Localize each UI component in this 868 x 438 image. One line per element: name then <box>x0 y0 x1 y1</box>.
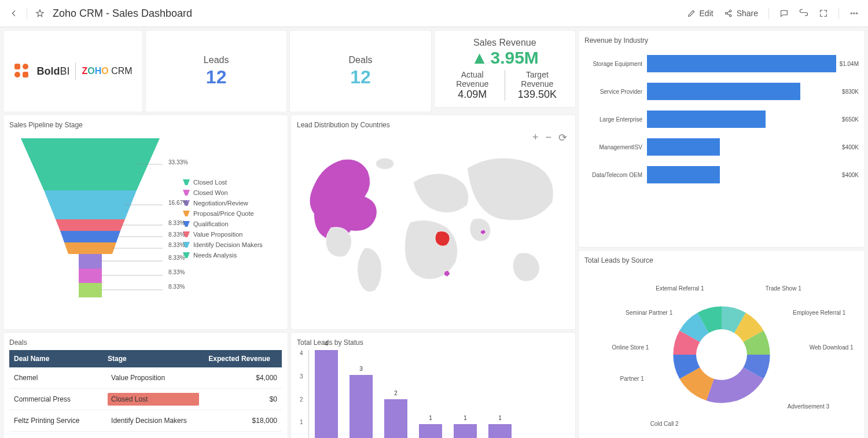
svg-marker-29 <box>183 211 190 216</box>
legend-item[interactable]: Negotiation/Review <box>183 200 263 207</box>
leads-source-card: Total Leads by Source <box>579 251 865 438</box>
svg-point-3 <box>851 13 852 14</box>
separator <box>768 8 769 19</box>
svg-rect-8 <box>14 72 20 78</box>
revind-bar-row[interactable]: ManagementISV$400K <box>584 138 859 156</box>
svg-rect-15 <box>79 254 102 268</box>
funnel-pct-label: 16.67% <box>168 200 188 206</box>
fullscreen-icon[interactable] <box>819 9 828 18</box>
table-header[interactable]: Stage <box>103 350 204 367</box>
separator <box>27 8 27 19</box>
donut-label: External Referral 1 <box>656 285 704 292</box>
more-icon[interactable] <box>849 9 859 18</box>
funnel-pct-label: 33.33% <box>168 159 188 165</box>
kpi-deals: Deals 12 <box>290 31 431 112</box>
svg-point-4 <box>854 13 855 14</box>
leads-value: 12 <box>206 67 227 88</box>
revenue-industry-chart: Storage Equipment$1.04MService Provider$… <box>584 55 859 183</box>
pipeline-funnel-card: Sales Pipeline by Stage <box>3 115 288 329</box>
legend-item[interactable]: Qualification <box>183 220 263 227</box>
top-toolbar: Zoho CRM - Sales Dashboard Edit Share <box>0 0 868 27</box>
status-bar[interactable]: 2 <box>384 399 407 438</box>
separator <box>838 8 839 19</box>
back-button[interactable] <box>9 9 19 18</box>
link-icon[interactable] <box>799 9 808 18</box>
legend-item[interactable]: Closed Lost <box>183 179 263 186</box>
svg-marker-26 <box>183 179 190 185</box>
funnel-pct-label: 8.33% <box>168 231 185 238</box>
zoom-in-icon[interactable]: + <box>532 131 539 144</box>
donut-label: Cold Call 2 <box>650 421 679 427</box>
svg-rect-9 <box>23 72 28 78</box>
funnel-pct-label: 8.33% <box>168 284 185 290</box>
comment-icon[interactable] <box>779 9 789 18</box>
status-bar[interactable]: 3 <box>350 375 373 439</box>
logo-card: BoldBI ZOHO CRM <box>3 31 142 112</box>
map-card: Lead Distribution by Countries + − ⟳ <box>291 115 575 329</box>
status-bar-chart: 43210 432111 <box>308 350 569 438</box>
revenue-industry-card: Revenue by Industry Storage Equipment$1.… <box>579 31 865 247</box>
donut-label: Partner 1 <box>620 376 644 382</box>
svg-rect-17 <box>79 283 102 297</box>
page-title: Zoho CRM - Sales Dashboard <box>53 8 192 20</box>
funnel-pct-label: 8.33% <box>168 269 185 275</box>
reset-icon[interactable]: ⟳ <box>558 131 567 144</box>
funnel-pct-label: 8.33% <box>168 220 185 226</box>
legend-item[interactable]: Proposal/Price Quote <box>183 210 263 217</box>
table-row[interactable]: Feltz Printing ServiceIdentify Decision … <box>9 410 282 432</box>
star-icon[interactable] <box>35 9 45 18</box>
donut-label: Trade Show 1 <box>766 285 801 292</box>
funnel-pct-label: 8.33% <box>168 242 185 248</box>
table-row[interactable]: KingIdentify Decision Makers$15,000 <box>9 432 282 439</box>
deals-table: Deal NameStageExpected Revenue ChemelVal… <box>9 350 282 438</box>
deals-value: 12 <box>350 67 371 88</box>
world-map[interactable] <box>297 132 569 306</box>
table-row[interactable]: ChemelValue Proposition$4,000 <box>9 367 282 389</box>
svg-marker-14 <box>64 242 116 254</box>
donut-label: Web Download 1 <box>810 344 854 351</box>
revenue-value: ▲3.95M <box>471 48 539 68</box>
revind-bar-row[interactable]: Large Enterprise$650K <box>584 111 859 128</box>
svg-rect-6 <box>14 64 20 69</box>
svg-marker-27 <box>183 190 190 196</box>
status-bar[interactable]: 4 <box>315 350 338 438</box>
funnel-pct-label: 8.33% <box>168 255 185 261</box>
boldbi-logo-icon <box>13 62 31 80</box>
kpi-leads: Leads 12 <box>146 31 286 112</box>
donut-label: Seminar Partner 1 <box>626 310 672 316</box>
deals-table-card: Deals Deal NameStageExpected Revenue Che… <box>3 333 288 438</box>
revind-bar-row[interactable]: Data/Telecom OEM$400K <box>584 166 859 183</box>
donut-label: Advertisement 3 <box>788 403 829 410</box>
table-row[interactable]: Commercial PressClosed Lost$0 <box>9 389 282 410</box>
svg-rect-7 <box>23 64 28 69</box>
funnel-chart <box>9 132 171 312</box>
svg-point-34 <box>376 158 393 170</box>
svg-marker-13 <box>60 231 120 242</box>
zoom-out-icon[interactable]: − <box>545 131 551 144</box>
svg-rect-16 <box>79 268 102 283</box>
share-button[interactable]: Share <box>724 9 758 18</box>
table-header[interactable]: Expected Revenue <box>204 350 282 367</box>
donut-label: Online Store 1 <box>612 344 649 351</box>
revind-bar-row[interactable]: Storage Equipment$1.04M <box>584 55 859 72</box>
legend-item[interactable]: Value Proposition <box>183 231 263 238</box>
revind-bar-row[interactable]: Service Provider$830K <box>584 83 859 100</box>
svg-point-5 <box>856 13 858 14</box>
legend-item[interactable]: Closed Won <box>183 189 263 196</box>
legend-item[interactable]: Needs Analysis <box>183 252 263 259</box>
up-arrow-icon: ▲ <box>471 48 488 68</box>
table-header[interactable]: Deal Name <box>9 350 103 367</box>
svg-marker-12 <box>56 219 125 231</box>
donut-chart: External Referral 1Seminar Partner 1Onli… <box>584 268 859 438</box>
donut-label: Employee Referral 1 <box>793 310 845 316</box>
status-bar[interactable]: 1 <box>454 424 477 439</box>
svg-marker-11 <box>44 190 137 219</box>
status-chart-card: Total Leads by Status 43210 432111 Conta… <box>291 333 575 438</box>
legend-item[interactable]: Identify Decision Makers <box>183 241 263 248</box>
funnel-legend: Closed LostClosed WonNegotiation/ReviewP… <box>183 132 263 312</box>
kpi-revenue: Sales Revenue ▲3.95M Actual Revenue4.09M… <box>435 31 575 107</box>
edit-button[interactable]: Edit <box>687 9 713 18</box>
status-bar[interactable]: 1 <box>419 424 442 439</box>
status-bar[interactable]: 1 <box>488 424 512 439</box>
